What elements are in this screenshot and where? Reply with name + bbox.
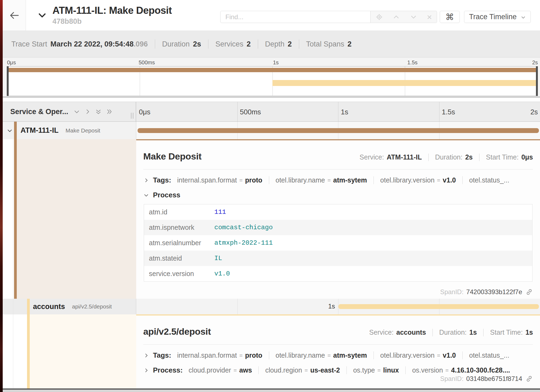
minimap-left-scrubber-handle[interactable] bbox=[7, 66, 9, 96]
indent-guide bbox=[13, 139, 13, 299]
divider bbox=[428, 154, 429, 161]
process-table-row: atm.serialnumber atmxph-2022-111 bbox=[144, 235, 532, 251]
collapse-trace-chevron-icon[interactable] bbox=[37, 11, 47, 20]
span-detail-make-deposit: Make Deposit Service: ATM-111-IL Duratio… bbox=[3, 139, 540, 299]
tag-equals: = bbox=[305, 367, 308, 374]
column-resizer-handle[interactable] bbox=[131, 113, 134, 119]
tag-pair: os.type = linux bbox=[346, 366, 399, 374]
prev-result-chevron-up-icon[interactable] bbox=[392, 13, 400, 21]
trace-stat-value: 2s bbox=[193, 40, 201, 48]
start-time-value: 1s bbox=[525, 328, 533, 336]
tag-pair: otel.library.name = atm-sytem bbox=[269, 351, 367, 359]
divider bbox=[143, 169, 533, 170]
gridline bbox=[237, 102, 238, 121]
span-start-label: 1s bbox=[328, 303, 335, 310]
trace-view-selector-button[interactable]: Trace Timeline bbox=[464, 11, 531, 23]
span-detail-panel: api/v2.5/deposit Service: accounts Durat… bbox=[136, 314, 540, 388]
tag-key: otel.library.version bbox=[380, 176, 435, 184]
axis-tick: 500ms bbox=[240, 108, 261, 116]
process-value: IL bbox=[212, 255, 222, 262]
trace-stat-label: Services bbox=[215, 40, 244, 48]
indent-guide bbox=[13, 299, 13, 314]
tags-label: Tags: bbox=[153, 176, 171, 184]
back-button[interactable] bbox=[3, 0, 26, 31]
span-row-deposit-api[interactable]: accounts api/v2.5/deposit 1s bbox=[3, 299, 540, 314]
collapse-one-level-chevron-right-icon[interactable] bbox=[84, 108, 91, 115]
span-tint-fill bbox=[17, 139, 136, 299]
process-label: Process bbox=[153, 191, 180, 199]
process-section-header[interactable]: Process bbox=[143, 191, 533, 199]
span-duration-bar[interactable] bbox=[338, 304, 539, 309]
minimap-span-bar-deposit-api bbox=[272, 80, 538, 86]
duration-value: 2s bbox=[465, 153, 473, 161]
tags-section-header[interactable]: Tags: internal.span.format = proto otel.… bbox=[143, 176, 533, 184]
tag-key: internal.span.format bbox=[177, 351, 237, 359]
span-row-make-deposit[interactable]: ATM-111-IL Make Deposit bbox=[3, 122, 540, 139]
chevron-down-icon bbox=[521, 14, 526, 20]
find-group: × bbox=[220, 11, 437, 23]
chevron-right-icon bbox=[143, 367, 149, 373]
divider bbox=[479, 154, 479, 161]
span-operation-name: Make Deposit bbox=[66, 127, 100, 134]
tag-equals: = bbox=[327, 177, 331, 184]
span-color-bar bbox=[27, 314, 30, 388]
process-value: comcast-chicago bbox=[212, 224, 273, 231]
span-id-row: SpanID: 742003393b122f7e bbox=[143, 288, 533, 296]
span-duration-bar[interactable] bbox=[138, 128, 539, 133]
trace-start-fraction: .096 bbox=[134, 40, 148, 48]
process-section-header[interactable]: Process: cloud.provider = aws cloud.regi… bbox=[143, 366, 533, 374]
span-detail-deposit-api: api/v2.5/deposit Service: accounts Durat… bbox=[3, 314, 540, 388]
collapse-all-double-chevron-right-icon[interactable] bbox=[106, 108, 113, 115]
process-table-row: atm.id 111 bbox=[144, 204, 532, 220]
start-time-value: 0μs bbox=[521, 153, 533, 161]
process-table-row: service.version v1.0 bbox=[144, 266, 532, 281]
deep-link-icon[interactable] bbox=[525, 375, 533, 383]
span-overview: Service: accounts Duration: 1s Start Tim… bbox=[369, 328, 533, 336]
minimap-tick: 0μs bbox=[7, 59, 16, 66]
tag-equals: = bbox=[239, 177, 242, 184]
next-result-chevron-down-icon[interactable] bbox=[410, 13, 417, 21]
span-color-bar bbox=[14, 122, 17, 139]
minimap-tick: 1.5s bbox=[407, 59, 418, 66]
process-key: atm.id bbox=[144, 208, 212, 216]
tag-value: v1.0 bbox=[443, 176, 456, 184]
process-value: atmxph-2022-111 bbox=[212, 239, 273, 247]
duration-value: 1s bbox=[469, 328, 477, 336]
chevron-right-icon bbox=[143, 177, 149, 183]
deep-link-icon[interactable] bbox=[525, 288, 533, 296]
tag-equals: = bbox=[239, 352, 242, 359]
gridline bbox=[439, 102, 439, 121]
process-value: v1.0 bbox=[212, 270, 230, 277]
minimap-tick: 1s bbox=[273, 59, 279, 66]
span-color-bar bbox=[27, 299, 30, 314]
process-key: atm.serialnumber bbox=[144, 239, 212, 247]
expand-all-double-chevron-down-icon[interactable] bbox=[95, 108, 102, 115]
tag-value: proto bbox=[245, 176, 262, 184]
find-input[interactable] bbox=[220, 11, 371, 23]
trace-stat: Duration 2s bbox=[155, 39, 201, 49]
indent-guide bbox=[13, 314, 13, 388]
tag-pair: otel.status_... bbox=[462, 351, 509, 359]
keyboard-shortcuts-button[interactable]: ⌘ bbox=[440, 11, 460, 23]
tags-section-header[interactable]: Tags: internal.span.format = proto otel.… bbox=[143, 351, 533, 360]
chevron-down-icon bbox=[143, 192, 149, 198]
axis-tick: 1s bbox=[341, 108, 348, 116]
timeline-minimap: 0μs 500ms 1s 1.5s 2s bbox=[3, 58, 540, 97]
tag-value: linux bbox=[383, 366, 399, 374]
trace-stat-label: Duration bbox=[162, 40, 190, 48]
span-detail-gutter bbox=[3, 139, 136, 299]
duration-label: Duration: bbox=[439, 328, 466, 336]
process-key: service.version bbox=[144, 270, 212, 278]
tag-pair: os.version = 4.16.10-300.fc28.... bbox=[405, 366, 510, 374]
expand-one-level-chevron-down-icon[interactable] bbox=[73, 108, 80, 115]
minimap-canvas[interactable] bbox=[7, 66, 538, 96]
clear-search-icon[interactable]: × bbox=[427, 13, 432, 21]
match-target-icon[interactable] bbox=[375, 13, 383, 21]
collapse-span-chevron-down-icon[interactable] bbox=[6, 127, 13, 134]
minimap-right-scrubber-handle[interactable] bbox=[536, 66, 538, 96]
span-row-label-cell: ATM-111-IL Make Deposit bbox=[3, 122, 136, 139]
span-id-label: SpanID: bbox=[440, 375, 464, 383]
tag-key: otel.status_... bbox=[469, 351, 509, 359]
service-operation-column-title: Service & Oper... bbox=[10, 108, 68, 116]
tag-equals: = bbox=[437, 177, 440, 184]
